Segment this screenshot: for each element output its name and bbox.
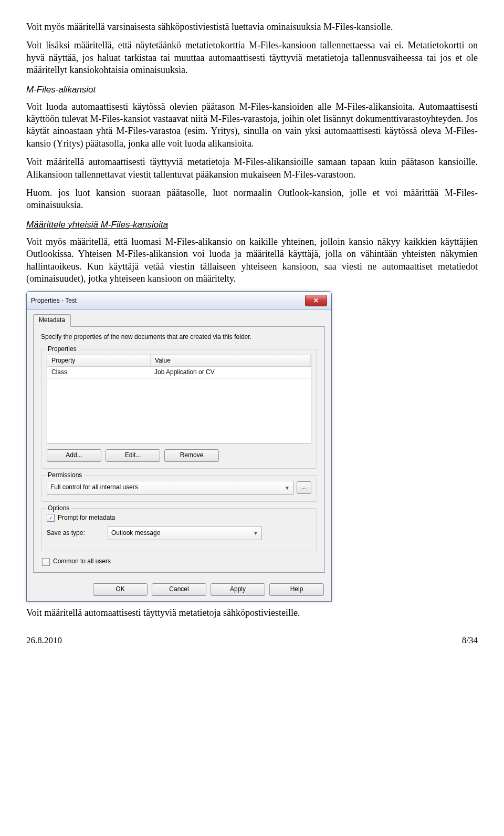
common-checkbox[interactable]: [42, 558, 50, 566]
groupbox-options: Options ✓ Prompt for metadata Save as ty…: [41, 508, 317, 552]
body-paragraph: Voit myös määritellä varsinaisesta sähkö…: [26, 21, 478, 33]
edit-button[interactable]: Edit...: [106, 449, 160, 462]
permissions-value: Full control for all internal users: [50, 483, 138, 492]
help-button[interactable]: Help: [269, 583, 324, 596]
common-label: Common to all users: [53, 558, 111, 566]
body-paragraph: Voit lisäksi määritellä, että näytetäänk…: [26, 39, 478, 76]
section-heading-subfolders: M-Files-alikansiot: [26, 84, 478, 96]
dialog-titlebar[interactable]: Properties - Test ✕: [27, 292, 331, 310]
groupbox-permissions-title: Permissions: [46, 471, 84, 480]
permissions-more-button[interactable]: ...: [297, 481, 311, 494]
remove-button[interactable]: Remove: [164, 449, 219, 462]
saveas-label: Save as type:: [47, 529, 104, 538]
chevron-down-icon: ▼: [285, 484, 290, 491]
properties-table[interactable]: Property Value Class Job Application or …: [47, 355, 311, 444]
apply-button[interactable]: Apply: [211, 583, 265, 596]
groupbox-options-title: Options: [46, 504, 71, 513]
cell-value: Job Application or CV: [150, 367, 311, 378]
section-heading-shared-folders: Määrittele yhteisiä M-Files-kansioita: [26, 219, 478, 231]
properties-dialog: Properties - Test ✕ Metadata Specify the…: [26, 291, 332, 601]
permissions-select[interactable]: Full control for all internal users ▼: [47, 481, 293, 495]
footer-page: 8/34: [462, 635, 478, 646]
groupbox-permissions: Permissions Full control for all interna…: [41, 475, 317, 502]
saveas-select[interactable]: Outlook message ▼: [108, 526, 262, 540]
body-paragraph: Voit määritellä automaattisesti täyttyvi…: [26, 156, 478, 181]
add-button[interactable]: Add...: [47, 449, 101, 462]
ok-button[interactable]: OK: [93, 583, 148, 596]
saveas-value: Outlook message: [111, 529, 160, 538]
tab-metadata[interactable]: Metadata: [33, 314, 71, 327]
body-paragraph: Voit määritellä automaattisesti täyttyvi…: [26, 607, 478, 619]
column-header-property[interactable]: Property: [47, 355, 151, 367]
groupbox-properties-title: Properties: [46, 345, 79, 354]
body-paragraph: Voit luoda automaattisesti käytössä olev…: [26, 101, 478, 150]
prompt-checkbox[interactable]: ✓: [47, 514, 55, 522]
dialog-title-text: Properties - Test: [31, 297, 77, 305]
footer-date: 26.8.2010: [26, 635, 62, 646]
body-paragraph: Huom. jos luot kansion suoraan päätasoll…: [26, 187, 478, 212]
column-header-value[interactable]: Value: [151, 355, 311, 367]
groupbox-properties: Properties Property Value Class Job Appl…: [41, 349, 317, 469]
close-icon: ✕: [313, 297, 319, 305]
table-row[interactable]: Class Job Application or CV: [47, 367, 311, 379]
cell-property: Class: [47, 367, 150, 378]
cancel-button[interactable]: Cancel: [152, 583, 206, 596]
chevron-down-icon: ▼: [253, 530, 258, 536]
prompt-label: Prompt for metadata: [58, 514, 115, 522]
dialog-instruction: Specify the properties of the new docume…: [41, 333, 317, 342]
body-paragraph: Voit myös määritellä, että luomasi M-Fil…: [26, 236, 478, 285]
close-button[interactable]: ✕: [305, 295, 327, 306]
